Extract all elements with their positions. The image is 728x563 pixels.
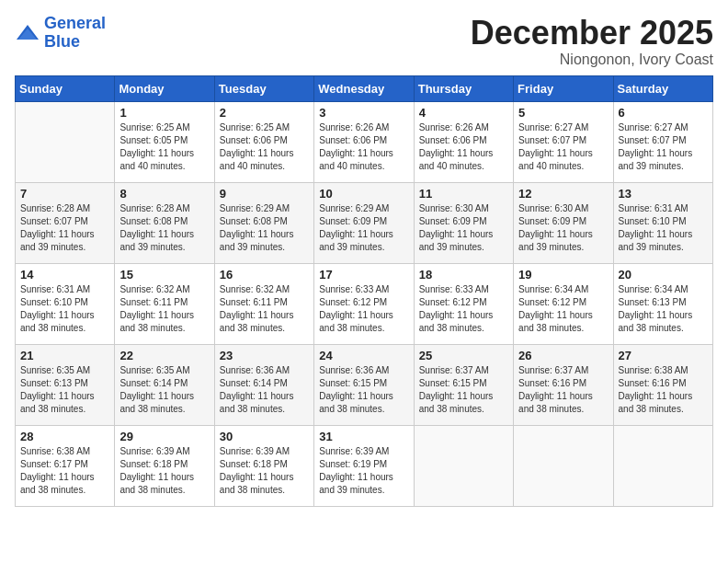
calendar-cell: 9Sunrise: 6:29 AMSunset: 6:08 PMDaylight… (214, 182, 313, 263)
day-info: Sunrise: 6:36 AMSunset: 6:14 PMDaylight:… (220, 364, 309, 416)
day-info: Sunrise: 6:33 AMSunset: 6:12 PMDaylight:… (419, 283, 508, 335)
day-number: 14 (20, 268, 109, 282)
calendar-cell: 17Sunrise: 6:33 AMSunset: 6:12 PMDayligh… (314, 263, 414, 344)
calendar-week-row: 21Sunrise: 6:35 AMSunset: 6:13 PMDayligh… (16, 344, 713, 425)
day-info: Sunrise: 6:27 AMSunset: 6:07 PMDaylight:… (619, 121, 708, 173)
day-number: 22 (119, 349, 209, 362)
calendar-cell: 23Sunrise: 6:36 AMSunset: 6:14 PMDayligh… (214, 344, 313, 425)
calendar-cell: 2Sunrise: 6:25 AMSunset: 6:06 PMDaylight… (214, 101, 313, 182)
day-number: 27 (619, 349, 708, 362)
day-info: Sunrise: 6:28 AMSunset: 6:08 PMDaylight:… (119, 202, 209, 254)
weekday-header-thursday: Thursday (414, 75, 513, 101)
calendar-cell: 10Sunrise: 6:29 AMSunset: 6:09 PMDayligh… (314, 182, 414, 263)
day-number: 10 (319, 187, 408, 201)
calendar-cell: 3Sunrise: 6:26 AMSunset: 6:06 PMDaylight… (314, 101, 414, 182)
calendar-cell: 29Sunrise: 6:39 AMSunset: 6:18 PMDayligh… (115, 425, 214, 506)
calendar-cell (16, 101, 115, 182)
calendar-week-row: 7Sunrise: 6:28 AMSunset: 6:07 PMDaylight… (16, 182, 713, 263)
day-info: Sunrise: 6:30 AMSunset: 6:09 PMDaylight:… (518, 202, 608, 254)
calendar-cell: 7Sunrise: 6:28 AMSunset: 6:07 PMDaylight… (16, 182, 115, 263)
weekday-header-sunday: Sunday (16, 75, 115, 101)
day-number: 12 (518, 187, 608, 201)
calendar-cell: 12Sunrise: 6:30 AMSunset: 6:09 PMDayligh… (514, 182, 613, 263)
calendar-cell: 1Sunrise: 6:25 AMSunset: 6:05 PMDaylight… (115, 101, 214, 182)
calendar-cell: 26Sunrise: 6:37 AMSunset: 6:16 PMDayligh… (514, 344, 613, 425)
calendar-cell (414, 425, 513, 506)
calendar-cell: 24Sunrise: 6:36 AMSunset: 6:15 PMDayligh… (314, 344, 414, 425)
day-number: 30 (220, 430, 309, 443)
calendar-table: SundayMondayTuesdayWednesdayThursdayFrid… (15, 75, 713, 507)
day-info: Sunrise: 6:35 AMSunset: 6:13 PMDaylight:… (20, 364, 109, 416)
day-info: Sunrise: 6:25 AMSunset: 6:05 PMDaylight:… (119, 121, 209, 173)
day-info: Sunrise: 6:34 AMSunset: 6:13 PMDaylight:… (619, 283, 708, 335)
day-number: 18 (419, 268, 508, 282)
day-info: Sunrise: 6:39 AMSunset: 6:18 PMDaylight:… (119, 445, 209, 497)
day-number: 15 (119, 268, 209, 282)
day-info: Sunrise: 6:26 AMSunset: 6:06 PMDaylight:… (319, 121, 408, 173)
month-year-title: December 2025 (471, 15, 713, 52)
day-info: Sunrise: 6:38 AMSunset: 6:17 PMDaylight:… (20, 445, 109, 497)
calendar-cell: 4Sunrise: 6:26 AMSunset: 6:06 PMDaylight… (414, 101, 513, 182)
day-info: Sunrise: 6:37 AMSunset: 6:16 PMDaylight:… (518, 364, 608, 416)
day-number: 31 (319, 430, 408, 443)
day-number: 28 (20, 430, 109, 443)
day-number: 23 (220, 349, 309, 362)
calendar-cell: 28Sunrise: 6:38 AMSunset: 6:17 PMDayligh… (16, 425, 115, 506)
day-number: 16 (220, 268, 309, 282)
day-number: 1 (119, 106, 209, 120)
day-info: Sunrise: 6:29 AMSunset: 6:09 PMDaylight:… (319, 202, 408, 254)
calendar-cell: 6Sunrise: 6:27 AMSunset: 6:07 PMDaylight… (613, 101, 712, 182)
page-header: General Blue December 2025 Niongonon, Iv… (15, 15, 713, 68)
day-number: 25 (419, 349, 508, 362)
day-number: 6 (619, 106, 708, 120)
day-info: Sunrise: 6:37 AMSunset: 6:15 PMDaylight:… (419, 364, 508, 416)
day-number: 29 (119, 430, 209, 443)
weekday-header-wednesday: Wednesday (314, 75, 414, 101)
title-section: December 2025 Niongonon, Ivory Coast (471, 15, 713, 68)
calendar-cell: 21Sunrise: 6:35 AMSunset: 6:13 PMDayligh… (16, 344, 115, 425)
calendar-cell: 19Sunrise: 6:34 AMSunset: 6:12 PMDayligh… (514, 263, 613, 344)
day-info: Sunrise: 6:39 AMSunset: 6:18 PMDaylight:… (220, 445, 309, 497)
day-number: 5 (518, 106, 608, 120)
day-number: 11 (419, 187, 508, 201)
day-info: Sunrise: 6:38 AMSunset: 6:16 PMDaylight:… (619, 364, 708, 416)
day-info: Sunrise: 6:36 AMSunset: 6:15 PMDaylight:… (319, 364, 408, 416)
day-number: 3 (319, 106, 408, 120)
calendar-cell: 25Sunrise: 6:37 AMSunset: 6:15 PMDayligh… (414, 344, 513, 425)
calendar-cell: 5Sunrise: 6:27 AMSunset: 6:07 PMDaylight… (514, 101, 613, 182)
day-info: Sunrise: 6:31 AMSunset: 6:10 PMDaylight:… (20, 283, 109, 335)
weekday-header-row: SundayMondayTuesdayWednesdayThursdayFrid… (16, 75, 713, 101)
weekday-header-monday: Monday (115, 75, 214, 101)
day-number: 19 (518, 268, 608, 282)
calendar-cell: 18Sunrise: 6:33 AMSunset: 6:12 PMDayligh… (414, 263, 513, 344)
day-number: 7 (20, 187, 109, 201)
day-number: 4 (419, 106, 508, 120)
day-number: 17 (319, 268, 408, 282)
day-info: Sunrise: 6:27 AMSunset: 6:07 PMDaylight:… (518, 121, 608, 173)
day-info: Sunrise: 6:25 AMSunset: 6:06 PMDaylight:… (220, 121, 309, 173)
calendar-cell: 13Sunrise: 6:31 AMSunset: 6:10 PMDayligh… (613, 182, 712, 263)
day-info: Sunrise: 6:29 AMSunset: 6:08 PMDaylight:… (220, 202, 309, 254)
logo: General Blue (15, 15, 106, 52)
day-info: Sunrise: 6:33 AMSunset: 6:12 PMDaylight:… (319, 283, 408, 335)
calendar-cell: 22Sunrise: 6:35 AMSunset: 6:14 PMDayligh… (115, 344, 214, 425)
day-info: Sunrise: 6:28 AMSunset: 6:07 PMDaylight:… (20, 202, 109, 254)
day-number: 13 (619, 187, 708, 201)
day-info: Sunrise: 6:31 AMSunset: 6:10 PMDaylight:… (619, 202, 708, 254)
day-info: Sunrise: 6:39 AMSunset: 6:19 PMDaylight:… (319, 445, 408, 497)
calendar-week-row: 28Sunrise: 6:38 AMSunset: 6:17 PMDayligh… (16, 425, 713, 506)
calendar-week-row: 14Sunrise: 6:31 AMSunset: 6:10 PMDayligh… (16, 263, 713, 344)
day-number: 24 (319, 349, 408, 362)
day-number: 21 (20, 349, 109, 362)
calendar-cell: 8Sunrise: 6:28 AMSunset: 6:08 PMDaylight… (115, 182, 214, 263)
day-number: 26 (518, 349, 608, 362)
day-info: Sunrise: 6:32 AMSunset: 6:11 PMDaylight:… (220, 283, 309, 335)
calendar-cell: 30Sunrise: 6:39 AMSunset: 6:18 PMDayligh… (214, 425, 313, 506)
calendar-cell: 20Sunrise: 6:34 AMSunset: 6:13 PMDayligh… (613, 263, 712, 344)
logo-text: General Blue (44, 15, 106, 52)
day-info: Sunrise: 6:34 AMSunset: 6:12 PMDaylight:… (518, 283, 608, 335)
calendar-cell: 11Sunrise: 6:30 AMSunset: 6:09 PMDayligh… (414, 182, 513, 263)
calendar-cell (514, 425, 613, 506)
day-info: Sunrise: 6:32 AMSunset: 6:11 PMDaylight:… (119, 283, 209, 335)
calendar-cell: 15Sunrise: 6:32 AMSunset: 6:11 PMDayligh… (115, 263, 214, 344)
